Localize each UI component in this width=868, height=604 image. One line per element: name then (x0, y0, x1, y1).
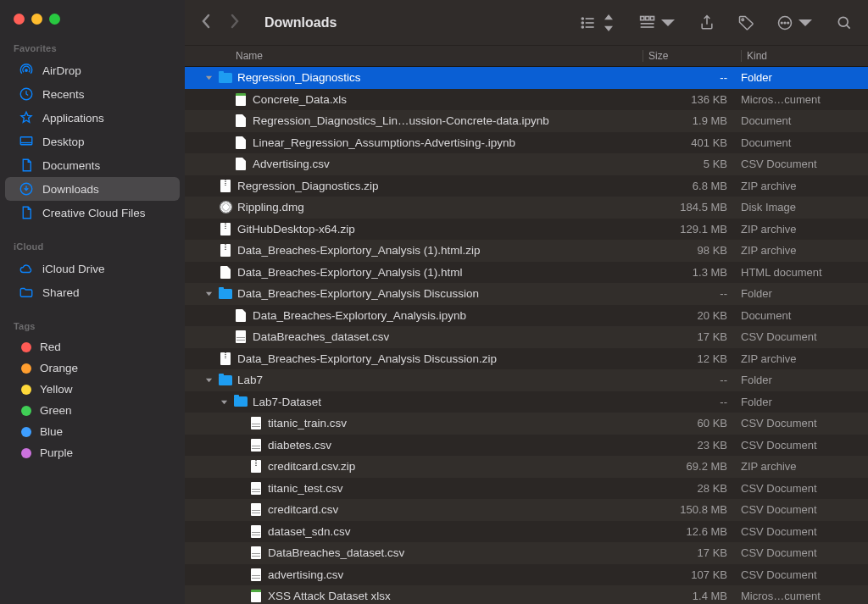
file-row[interactable]: ▸creditcard.csv150.8 MBCSV Document (185, 499, 868, 521)
sidebar-item-red[interactable]: Red (5, 336, 180, 357)
file-name: XSS Attack Dataset xlsx (268, 590, 391, 602)
disclosure-triangle-icon[interactable] (203, 74, 214, 81)
xls-icon (249, 590, 263, 603)
file-row[interactable]: Regression_Diagnostics--Folder (185, 67, 868, 89)
file-row[interactable]: ▸diabetes.csv23 KBCSV Document (185, 435, 868, 457)
sidebar-item-recents[interactable]: Recents (5, 82, 180, 106)
file-row[interactable]: ▸GitHubDesktop-x64.zip129.1 MBZIP archiv… (185, 219, 868, 241)
file-list[interactable]: Regression_Diagnostics--Folder▸Concrete_… (185, 67, 868, 604)
tag-dot-icon (21, 363, 31, 374)
minimize-window-button[interactable] (31, 14, 42, 25)
back-button[interactable] (200, 13, 212, 33)
kind-column-header[interactable]: Kind (741, 50, 868, 62)
file-kind: CSV Document (741, 503, 868, 516)
file-row[interactable]: Lab7--Folder (185, 369, 868, 391)
sidebar-item-label: Documents (42, 159, 100, 172)
doc-icon (234, 308, 248, 322)
sidebar-item-documents[interactable]: Documents (5, 153, 180, 177)
zoom-window-button[interactable] (49, 14, 60, 25)
file-row[interactable]: ▸titanic_train.csv60 KBCSV Document (185, 413, 868, 435)
file-row[interactable]: ▸advertising.csv107 KBCSV Document (185, 564, 868, 586)
sidebar-item-creative-cloud-files[interactable]: Creative Cloud Files (5, 201, 180, 224)
file-row[interactable]: ▸dataset_sdn.csv12.6 MBCSV Document (185, 521, 868, 543)
finder-window: FavoritesAirDropRecentsApplicationsDeskt… (0, 0, 868, 604)
sidebar-item-airdrop[interactable]: AirDrop (5, 58, 180, 82)
sidebar-item-label: Desktop (42, 136, 85, 148)
file-row[interactable]: ▸titanic_test.csv28 KBCSV Document (185, 478, 868, 500)
file-row[interactable]: ▸Regression_Diagnostics_Lin…ussion-Concr… (185, 110, 868, 132)
sidebar-item-downloads[interactable]: Downloads (5, 177, 180, 201)
file-row[interactable]: ▸Data_Breaches-Explortory_Analysis.ipynb… (185, 305, 868, 327)
tag-dot-icon (21, 448, 31, 458)
file-row[interactable]: Lab7-Dataset--Folder (185, 391, 868, 413)
file-size: 150.8 MB (643, 503, 741, 516)
sidebar-item-shared[interactable]: Shared (5, 280, 180, 304)
svg-point-21 (838, 17, 848, 26)
file-row[interactable]: Data_Breaches-Explortory_Analysis Discus… (185, 283, 868, 305)
sidebar-item-desktop[interactable]: Desktop (5, 130, 180, 153)
file-row[interactable]: ▸XSS Attack Dataset xlsx1.4 MBMicros…cum… (185, 585, 868, 604)
file-kind: CSV Document (741, 482, 868, 495)
file-kind: CSV Document (741, 330, 868, 343)
file-row[interactable]: ▸Data_Breaches-Explortory_Analysis (1).h… (185, 240, 868, 262)
forward-button[interactable] (229, 13, 241, 33)
file-row[interactable]: ▸Concrete_Data.xls136 KBMicros…cument (185, 89, 868, 111)
file-size: 107 KB (643, 568, 741, 581)
folder-icon (219, 287, 232, 301)
sidebar-item-label: Blue (40, 425, 63, 438)
desktop-icon (19, 134, 34, 149)
file-row[interactable]: ▸Data_Breaches-Explortory_Analysis Discu… (185, 348, 868, 370)
sidebar-item-label: Applications (42, 112, 104, 125)
group-button[interactable] (639, 14, 676, 31)
file-row[interactable]: ▸Advertising.csv5 KBCSV Document (185, 153, 868, 175)
sidebar-item-label: Recents (42, 88, 85, 101)
disclosure-triangle-icon[interactable] (203, 376, 214, 384)
file-row[interactable]: ▸Regression_Diagnostics.zip6.8 MBZIP arc… (185, 175, 868, 197)
sidebar-item-yellow[interactable]: Yellow (5, 379, 180, 400)
zip-icon (219, 222, 232, 236)
name-column-header[interactable]: Name (185, 50, 643, 62)
file-name-cell: ▸Concrete_Data.xls (185, 92, 643, 106)
close-window-button[interactable] (14, 14, 25, 25)
file-name-cell: ▸Regression_Diagnostics_Lin…ussion-Concr… (185, 114, 643, 128)
sidebar-item-icloud-drive[interactable]: iCloud Drive (5, 257, 180, 280)
file-row[interactable]: ▸creditcard.csv.zip69.2 MBZIP archive (185, 456, 868, 478)
file-kind: Folder (741, 287, 868, 300)
sidebar-item-label: Green (40, 404, 72, 417)
sidebar-item-label: Yellow (40, 383, 73, 396)
file-row[interactable]: ▸Rippling.dmg184.5 MBDisk Image (185, 197, 868, 219)
action-menu-button[interactable] (776, 14, 814, 31)
file-kind: Micros…cument (741, 590, 868, 602)
sidebar-item-applications[interactable]: Applications (5, 106, 180, 130)
file-name: Data_Breaches-Explortory_Analysis.ipynb (253, 309, 466, 322)
tag-dot-icon (21, 342, 31, 352)
tags-button[interactable] (737, 14, 754, 31)
file-row[interactable]: ▸Linear_Regression_Assumptions-Advertisi… (185, 132, 868, 154)
search-button[interactable] (836, 14, 853, 31)
window-controls (0, 8, 185, 40)
size-column-header[interactable]: Size (643, 50, 741, 62)
file-row[interactable]: ▸DataBreaches_dataset.csv17 KBCSV Docume… (185, 326, 868, 348)
disclosure-triangle-icon[interactable] (203, 290, 214, 297)
file-name-cell: Data_Breaches-Explortory_Analysis Discus… (185, 287, 643, 301)
file-row[interactable]: ▸Data_Breaches-Explortory_Analysis (1).h… (185, 262, 868, 284)
view-list-button[interactable] (580, 14, 617, 31)
file-kind: ZIP archive (741, 244, 868, 257)
disclosure-triangle-icon[interactable] (219, 398, 229, 406)
file-name-cell: ▸Data_Breaches-Explortory_Analysis (1).h… (185, 244, 643, 258)
sidebar-item-green[interactable]: Green (5, 400, 180, 421)
file-name-cell: ▸DataBreaches_dataset.csv (185, 546, 643, 560)
sidebar-item-orange[interactable]: Orange (5, 357, 180, 379)
share-button[interactable] (698, 14, 715, 31)
csv-icon (249, 568, 263, 581)
file-size: 98 KB (643, 244, 741, 257)
file-row[interactable]: ▸DataBreaches_dataset.csv17 KBCSV Docume… (185, 542, 868, 564)
file-name: titanic_test.csv (268, 482, 343, 495)
sidebar-item-label: Red (40, 341, 61, 353)
file-size: 28 KB (643, 482, 741, 495)
csv-icon (249, 524, 263, 538)
svg-point-20 (787, 22, 789, 24)
shared-icon (19, 285, 34, 300)
sidebar-item-purple[interactable]: Purple (5, 442, 180, 463)
sidebar-item-blue[interactable]: Blue (5, 421, 180, 442)
